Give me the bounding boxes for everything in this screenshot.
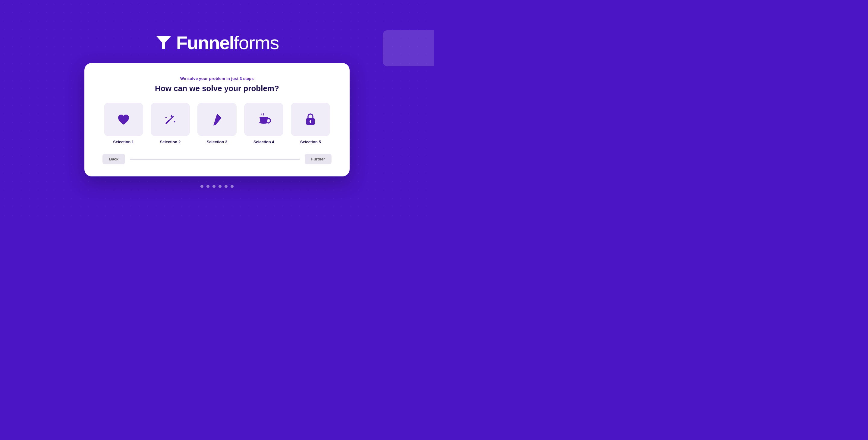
dots-indicator bbox=[200, 185, 234, 188]
selection-box-1[interactable] bbox=[104, 103, 143, 136]
svg-point-4 bbox=[259, 122, 269, 124]
svg-rect-7 bbox=[310, 121, 311, 123]
cup-icon bbox=[256, 112, 271, 127]
dot-3[interactable] bbox=[213, 185, 216, 188]
selection-box-3[interactable] bbox=[197, 103, 237, 136]
selection-item-1[interactable]: Selection 1 bbox=[102, 103, 144, 144]
selection-item-4[interactable]: Selection 4 bbox=[243, 103, 285, 144]
selections-row: Selection 1 Selection 2 bbox=[102, 103, 332, 144]
pen-icon bbox=[210, 112, 224, 127]
card-subtitle: We solve your problem in just 3 steps bbox=[102, 76, 332, 81]
svg-marker-0 bbox=[156, 36, 171, 49]
magic-icon bbox=[163, 112, 178, 127]
lock-icon bbox=[303, 112, 318, 127]
progress-bar bbox=[130, 158, 300, 160]
heart-icon bbox=[116, 112, 131, 127]
selection-item-2[interactable]: Selection 2 bbox=[149, 103, 191, 144]
svg-rect-2 bbox=[165, 120, 170, 124]
selection-box-5[interactable] bbox=[291, 103, 330, 136]
selection-box-2[interactable] bbox=[151, 103, 190, 136]
dot-4[interactable] bbox=[218, 185, 221, 188]
selection-label-3: Selection 3 bbox=[207, 140, 227, 144]
dot-2[interactable] bbox=[207, 185, 210, 188]
dot-5[interactable] bbox=[224, 185, 227, 188]
logo-funnel: Funnel bbox=[176, 32, 234, 53]
selection-label-5: Selection 5 bbox=[300, 140, 321, 144]
logo-icon bbox=[155, 33, 173, 52]
logo: Funnel forms bbox=[155, 32, 279, 53]
selection-label-2: Selection 2 bbox=[160, 140, 181, 144]
further-button[interactable]: Further bbox=[305, 154, 332, 164]
selection-item-3[interactable]: Selection 3 bbox=[196, 103, 238, 144]
partial-card-decoration bbox=[383, 30, 434, 66]
selection-label-1: Selection 1 bbox=[113, 140, 134, 144]
selection-box-4[interactable] bbox=[244, 103, 283, 136]
main-card: We solve your problem in just 3 steps Ho… bbox=[84, 63, 350, 176]
logo-forms: forms bbox=[234, 32, 279, 53]
card-title: How can we solve your problem? bbox=[102, 84, 332, 93]
dot-6[interactable] bbox=[230, 185, 234, 188]
dot-1[interactable] bbox=[200, 185, 204, 188]
back-button[interactable]: Back bbox=[102, 154, 125, 164]
selection-label-4: Selection 4 bbox=[253, 140, 274, 144]
selection-item-5[interactable]: Selection 5 bbox=[290, 103, 332, 144]
card-footer: Back Further bbox=[102, 154, 332, 164]
logo-text: Funnel forms bbox=[176, 32, 279, 53]
